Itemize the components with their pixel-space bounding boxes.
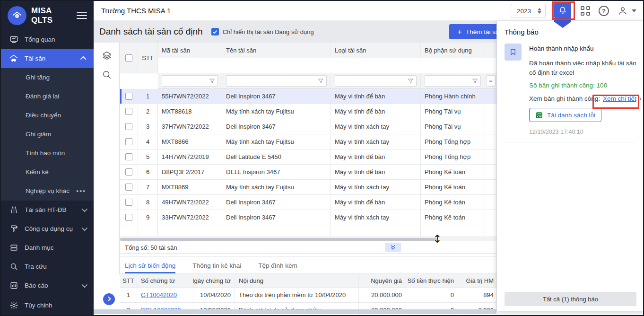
app-launcher-icon[interactable] [581,6,590,16]
row-checkbox[interactable] [125,108,132,115]
filter-input-type[interactable] [335,75,417,87]
gear-icon [9,301,19,310]
sidebar-item-overview[interactable]: Tổng quan [1,30,94,49]
user-menu[interactable] [618,6,636,16]
menu-toggle-icon[interactable] [77,12,87,19]
column-header-code[interactable]: Mã tài sản [158,43,222,58]
chevron-up-icon [80,56,87,62]
table-row[interactable]: 4 MXT8866 Máy tính xách tay Fujitsu Máy … [120,134,497,149]
search-rail-icon[interactable] [94,65,120,84]
filter-input-code[interactable] [162,75,218,87]
asset-grid: STT Mã tài sản Tên tài sản Loại tài sản … [120,43,497,316]
row-checkbox[interactable] [125,123,132,130]
filter-input-dept[interactable] [425,75,481,87]
expand-rail-button[interactable] [103,293,115,305]
history-header-doc-date[interactable]: Ngày chứng từ [193,273,235,288]
grid-footer: Tổng số: 50 tài sản [120,241,497,254]
filter-cell-code [158,73,222,89]
download-error-list-button[interactable]: Tải danh sách lỗi [529,108,601,122]
page-horizontal-scrollbar[interactable] [94,309,496,314]
column-header-stt[interactable]: STT [138,43,158,73]
tab-attachments[interactable]: Tệp đính kèm [258,262,297,273]
table-row[interactable]: 8 49H7WN72/2022 Dell Inspiron 3467 Máy v… [120,195,497,210]
select-all-checkbox[interactable] [125,54,132,61]
submenu-item-dieu-chuyen[interactable]: Điều chuyển [1,106,94,125]
notification-body: Đã hoàn thành việc nhập khẩu tài sản cố … [529,59,637,77]
sidebar-logo-row: MISA QLTS [1,1,94,30]
year-spinner-icon[interactable] [538,8,541,14]
history-header-content[interactable]: Nội dung [235,273,359,288]
table-row[interactable]: 6 D8PQ3F2/2017 DELL Inspiron 3467 Máy vi… [120,165,497,180]
submenu-item-nghiep-vu-khac[interactable]: Nghiệp vụ khác••• [1,182,94,201]
sidebar-item-reports[interactable]: Báo cáo [1,276,94,295]
collapse-detail-button[interactable] [385,243,401,252]
row-checkbox[interactable] [125,214,132,221]
notification-success-count: Số bản ghi thành công: 100 [529,82,641,89]
checkbox-checked-icon[interactable] [211,28,219,35]
column-header-dept[interactable]: Bộ phận sử dụng [421,43,485,58]
table-row[interactable]: 2 MXT88618 Máy tính xách tay Fujitsu Máy… [120,104,497,119]
sidebar-item-customize[interactable]: Tùy chỉnh [1,295,94,315]
history-header-cost[interactable]: Nguyên giá [359,273,406,288]
year-selector[interactable]: 2023 [511,4,546,18]
row-checkbox[interactable] [125,153,132,160]
table-row[interactable]: 9 33H7WN72/2022 Dell Inspiron 3467 Máy v… [120,210,497,225]
select-all-cell [120,43,138,73]
history-header-amount[interactable]: Số tiền thực hiện [406,273,458,288]
table-row[interactable]: 3 37H7WN72/2022 Dell Inspiron 3467 Máy v… [120,119,497,134]
funnel-icon [317,78,324,85]
column-header-type[interactable]: Loại tài sản [331,43,421,58]
tab-declaration[interactable]: Thông tin kê khai [192,262,241,273]
dashboard-icon [9,35,19,44]
notification-divider [505,142,636,142]
sidebar: MISA QLTS Tổng quan Tài sản Ghi tăng Đán… [1,1,94,315]
filter-operator-icon[interactable]: = [486,75,496,87]
checkbox-label: Chỉ hiển thị tài sản Đang sử dụng [223,28,314,35]
year-value: 2023 [517,8,531,15]
row-checkbox[interactable] [125,168,132,176]
notification-item[interactable]: Hoàn thành nhập khẩu Đã hoàn thành việc … [497,42,644,135]
submenu-item-kiem-ke[interactable]: Kiểm kê [1,163,94,182]
table-row[interactable]: 7 MXT8869 Máy tính xách tay Fujitsu Máy … [120,180,497,195]
submenu-item-ghi-tang[interactable]: Ghi tăng [1,68,94,87]
table-row[interactable]: 5 14H7WN72/2019 Dell Latitude E 5450 Máy… [120,149,497,165]
submenu-item-tinh-hao-mon[interactable]: Tính hao mòn [1,144,94,163]
notification-title: Hoàn thành nhập khẩu [529,44,641,52]
history-header-stt[interactable]: STT [120,273,137,288]
row-checkbox[interactable] [125,184,132,191]
sidebar-item-assets[interactable]: Tài sản [1,49,94,68]
excel-icon [535,111,543,119]
filter-cell-name [222,73,331,89]
chevron-right-icon [106,297,111,301]
view-records-label: Xem bản ghi thành công: [529,95,600,102]
filter-cell-dept [421,73,485,89]
row-checkbox[interactable] [125,199,132,206]
view-detail-link[interactable]: Xem chi tiết [603,95,636,102]
notification-bell-button[interactable] [554,2,571,18]
table-row[interactable]: 1 55H7WN72/2022 Dell Inspiron 3467 Máy v… [120,89,497,104]
help-icon[interactable]: ? [599,6,609,16]
more-dots-icon[interactable]: ••• [76,187,86,195]
all-notifications-button[interactable]: Tất cả (1) thông báo [505,292,636,306]
history-header-hm[interactable]: Giá trị HM [458,273,497,288]
row-checkbox[interactable] [125,93,132,100]
chevron-down-icon [82,281,88,288]
history-row[interactable]: 1 GT10042020 10/04/2020 Theo dõi trên ph… [120,288,497,303]
filter-input-name[interactable] [226,75,327,87]
sidebar-item-lookup[interactable]: Tra cứu [1,257,94,276]
submenu-item-ghi-giam[interactable]: Ghi giảm [1,125,94,144]
sidebar-item-tools[interactable]: Công cụ dụng cụ [1,219,94,238]
history-header-doc-no[interactable]: Số chứng từ [137,273,193,288]
sidebar-item-categories[interactable]: Danh mục [1,238,94,257]
column-header-name[interactable]: Tên tài sản [222,43,331,58]
in-use-filter-checkbox[interactable]: Chỉ hiển thị tài sản Đang sử dụng [211,28,314,35]
submenu-item-danh-gia-lai[interactable]: Đánh giá lại [1,87,94,106]
row-checkbox[interactable] [125,138,132,145]
grid-horizontal-scrollbar[interactable] [120,237,497,241]
document-link[interactable]: GT10042020 [141,291,177,298]
sidebar-item-assets-htdb[interactable]: Tài sản HT-ĐB [1,201,94,219]
layers-icon[interactable] [94,46,120,65]
scrollbar-thumb[interactable] [120,238,437,241]
search-icon [9,262,19,271]
tab-history[interactable]: Lịch sử biến động [125,262,175,273]
